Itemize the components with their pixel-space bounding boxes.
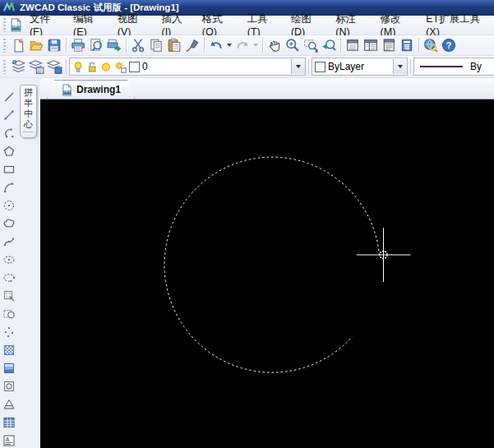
construction-line-button[interactable]	[1, 107, 17, 122]
layer-properties-manager-icon	[11, 59, 26, 75]
pan-button[interactable]	[265, 36, 284, 54]
pan-icon	[267, 38, 282, 53]
redo-button[interactable]	[233, 36, 252, 54]
standard-toolbar-grip[interactable]	[3, 39, 6, 53]
standard-toolbar: ?	[0, 35, 494, 56]
menubar-grip[interactable]	[3, 18, 6, 32]
insert-block-button[interactable]	[1, 288, 17, 303]
find-button[interactable]	[422, 36, 440, 54]
undo-dropdown-arrow[interactable]	[227, 44, 232, 47]
ellipse-button[interactable]	[1, 252, 17, 267]
color-dropdown-arrow[interactable]	[393, 59, 407, 74]
dashed-circle-entity[interactable]	[164, 157, 379, 372]
current-linetype-value: By	[470, 61, 482, 72]
layer-properties-manager-button[interactable]	[9, 58, 27, 76]
region-icon	[2, 398, 16, 411]
tab-drawing1[interactable]: Drawing1	[47, 80, 135, 99]
ime-language-bar[interactable]: 拼 半 中 心	[20, 85, 37, 138]
design-center-button[interactable]	[362, 36, 380, 54]
zoom-previous-button[interactable]	[320, 36, 338, 54]
color-combobox[interactable]: ByLayer	[312, 58, 408, 76]
tab-bar: Drawing1	[40, 78, 494, 99]
table-icon	[2, 416, 16, 429]
revision-cloud-icon	[2, 217, 16, 230]
toolbar-separator	[418, 38, 419, 53]
polygon-button[interactable]	[1, 143, 17, 159]
layer-on-bulb-icon[interactable]	[72, 61, 84, 73]
properties-palette-icon	[345, 38, 360, 53]
layer-freeze-sun-icon[interactable]	[100, 61, 112, 73]
tool-palettes-icon	[381, 38, 396, 53]
tool-palettes-button[interactable]	[380, 36, 398, 54]
gradient-button[interactable]	[1, 360, 17, 376]
layer-viewport-sun-icon[interactable]	[114, 61, 127, 73]
make-block-button[interactable]	[1, 306, 17, 321]
zoom-window-icon	[303, 38, 318, 53]
multiline-text-button[interactable]: A	[1, 432, 17, 448]
save-button[interactable]	[45, 36, 63, 54]
svg-text:A: A	[5, 436, 9, 442]
boundary-button[interactable]	[1, 378, 17, 394]
linetype-combobox[interactable]: By	[413, 58, 494, 76]
redo-dropdown-arrow[interactable]	[253, 44, 258, 47]
copy-button[interactable]	[147, 36, 165, 54]
circle-button[interactable]	[1, 197, 17, 213]
ime-input-mode[interactable]: 拼	[24, 87, 33, 98]
redo-icon	[235, 38, 250, 53]
rectangle-button[interactable]	[1, 161, 17, 177]
help-button[interactable]: ?	[440, 36, 458, 54]
plot-button[interactable]	[105, 36, 123, 54]
crosshair-cursor	[357, 228, 411, 282]
layer-states-manager-button[interactable]	[27, 58, 45, 76]
help-icon: ?	[441, 38, 456, 53]
zoom-previous-icon	[321, 38, 336, 53]
spline-icon	[2, 235, 16, 248]
spline-button[interactable]	[1, 233, 17, 249]
print-button[interactable]	[69, 36, 87, 54]
open-button[interactable]	[27, 36, 45, 54]
layer-lock-icon[interactable]	[86, 61, 98, 73]
region-button[interactable]	[1, 396, 17, 412]
document-menu-button[interactable]	[9, 16, 23, 35]
revision-cloud-button[interactable]	[1, 215, 17, 231]
new-button[interactable]	[9, 36, 27, 54]
ellipse-arc-button[interactable]	[1, 270, 17, 285]
quick-calculator-button[interactable]	[398, 36, 416, 54]
layer-previous-button[interactable]	[45, 58, 63, 76]
paste-button[interactable]	[165, 36, 183, 54]
find-icon	[423, 38, 438, 53]
layers-toolbar-grip[interactable]	[3, 60, 6, 74]
zoom-realtime-icon	[285, 38, 300, 53]
gradient-icon	[2, 362, 16, 375]
drawing-canvas[interactable]	[40, 99, 494, 448]
ime-softkeyboard[interactable]: 心	[24, 119, 33, 130]
toolbar-separator	[340, 38, 341, 53]
table-button[interactable]	[1, 414, 17, 430]
layer-previous-icon	[47, 59, 62, 75]
match-properties-button[interactable]	[183, 36, 201, 54]
ime-chinese-mode[interactable]: 中	[24, 109, 33, 119]
point-button[interactable]	[1, 324, 17, 339]
arc-button[interactable]	[1, 179, 17, 195]
multiline-text-icon: A	[2, 434, 16, 447]
undo-button[interactable]	[207, 36, 225, 54]
toolbar-separator	[204, 38, 205, 53]
polyline-icon	[2, 127, 16, 140]
hatch-button[interactable]	[1, 342, 17, 358]
cut-icon	[131, 38, 145, 53]
circle-icon	[2, 199, 16, 212]
ime-halfwidth-mode[interactable]: 半	[24, 98, 33, 109]
boundary-icon	[2, 380, 16, 393]
layer-combobox[interactable]: 0	[69, 58, 306, 76]
layer-dropdown-arrow[interactable]	[291, 59, 305, 74]
line-button[interactable]	[1, 89, 17, 104]
match-properties-icon	[185, 38, 200, 53]
cut-button[interactable]	[129, 36, 147, 54]
zoom-realtime-button[interactable]	[284, 36, 302, 54]
polyline-button[interactable]	[1, 125, 17, 141]
zoom-window-button[interactable]	[302, 36, 320, 54]
drawing-viewport[interactable]	[40, 99, 494, 448]
new-icon	[11, 38, 25, 53]
print-preview-button[interactable]	[87, 36, 105, 54]
properties-palette-button[interactable]	[344, 36, 362, 54]
